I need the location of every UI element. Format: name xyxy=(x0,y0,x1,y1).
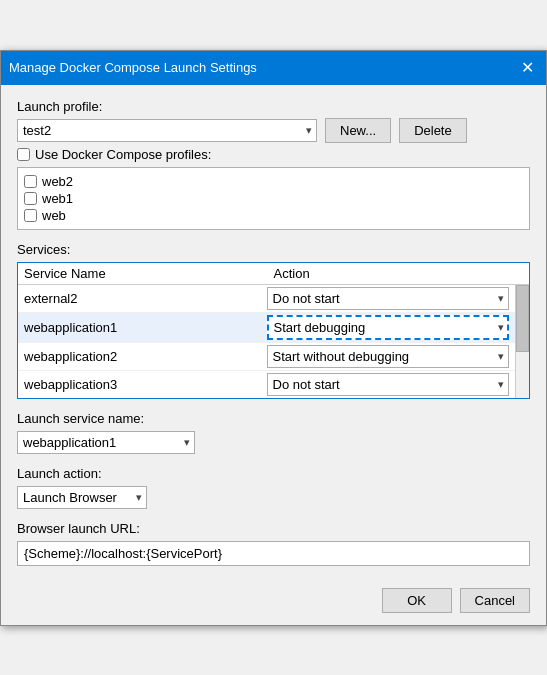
service-name-webapplication3: webapplication3 xyxy=(24,375,267,394)
ok-button[interactable]: OK xyxy=(382,588,452,613)
launch-action-label: Launch action: xyxy=(17,466,530,481)
title-bar: Manage Docker Compose Launch Settings ✕ xyxy=(1,51,546,85)
dialog-footer: OK Cancel xyxy=(1,578,546,625)
profile-web1-row: web1 xyxy=(24,191,523,206)
table-row: webapplication3 Do not start Start debug… xyxy=(18,371,515,398)
dialog-title: Manage Docker Compose Launch Settings xyxy=(9,60,257,75)
profile-web2-row: web2 xyxy=(24,174,523,189)
profile-web-label: web xyxy=(42,208,66,223)
profile-web1-checkbox[interactable] xyxy=(24,192,37,205)
table-row: external2 Do not start Start debugging S… xyxy=(18,285,515,313)
profile-web-checkbox[interactable] xyxy=(24,209,37,222)
col-service-name: Service Name xyxy=(24,266,274,281)
docker-profiles-checkbox[interactable] xyxy=(17,148,30,161)
col-action: Action xyxy=(274,266,524,281)
service-name-webapplication2: webapplication2 xyxy=(24,347,267,366)
action-select-wrapper-1: Do not start Start debugging Start witho… xyxy=(267,287,510,310)
launch-service-row: webapplication1 webapplication2 webappli… xyxy=(17,431,530,454)
browser-url-input[interactable] xyxy=(17,541,530,566)
launch-service-select-wrapper: webapplication1 webapplication2 webappli… xyxy=(17,431,195,454)
launch-profile-label: Launch profile: xyxy=(17,99,530,114)
action-select-wrapper-3: Do not start Start debugging Start witho… xyxy=(267,345,510,368)
services-scroll-wrapper: external2 Do not start Start debugging S… xyxy=(18,285,529,398)
dialog-content: Launch profile: test2 New... Delete Use … xyxy=(1,85,546,578)
action-select-webapplication1[interactable]: Do not start Start debugging Start witho… xyxy=(267,315,510,340)
profile-web1-label: web1 xyxy=(42,191,73,206)
service-name-webapplication1: webapplication1 xyxy=(24,318,267,337)
launch-profile-select[interactable]: test2 xyxy=(17,119,317,142)
scrollbar-track[interactable] xyxy=(515,285,529,398)
services-header: Service Name Action xyxy=(18,263,529,285)
action-select-wrapper-4: Do not start Start debugging Start witho… xyxy=(267,373,510,396)
services-box: Service Name Action external2 Do not sta… xyxy=(17,262,530,399)
launch-profile-select-wrapper: test2 xyxy=(17,119,317,142)
launch-action-row: Launch Browser Launch URL None xyxy=(17,486,530,509)
services-label: Services: xyxy=(17,242,530,257)
docker-profiles-label-row: Use Docker Compose profiles: xyxy=(17,147,530,162)
launch-action-select[interactable]: Launch Browser Launch URL None xyxy=(17,486,147,509)
dialog: Manage Docker Compose Launch Settings ✕ … xyxy=(0,50,547,626)
action-select-wrapper-2: Do not start Start debugging Start witho… xyxy=(267,315,510,340)
profile-web-row: web xyxy=(24,208,523,223)
launch-action-select-wrapper: Launch Browser Launch URL None xyxy=(17,486,147,509)
action-select-webapplication2[interactable]: Do not start Start debugging Start witho… xyxy=(267,345,510,368)
services-rows: external2 Do not start Start debugging S… xyxy=(18,285,529,398)
scrollbar-thumb[interactable] xyxy=(516,285,529,353)
launch-service-label: Launch service name: xyxy=(17,411,530,426)
launch-service-select[interactable]: webapplication1 webapplication2 webappli… xyxy=(17,431,195,454)
cancel-button[interactable]: Cancel xyxy=(460,588,530,613)
browser-url-label: Browser launch URL: xyxy=(17,521,530,536)
action-select-webapplication3[interactable]: Do not start Start debugging Start witho… xyxy=(267,373,510,396)
service-name-external2: external2 xyxy=(24,289,267,308)
profile-web2-label: web2 xyxy=(42,174,73,189)
delete-button[interactable]: Delete xyxy=(399,118,467,143)
new-button[interactable]: New... xyxy=(325,118,391,143)
docker-profiles-label: Use Docker Compose profiles: xyxy=(35,147,211,162)
action-select-external2[interactable]: Do not start Start debugging Start witho… xyxy=(267,287,510,310)
close-button[interactable]: ✕ xyxy=(516,57,538,79)
table-row: webapplication1 Do not start Start debug… xyxy=(18,313,515,343)
table-row: webapplication2 Do not start Start debug… xyxy=(18,343,515,371)
profile-web2-checkbox[interactable] xyxy=(24,175,37,188)
launch-profile-row: test2 New... Delete xyxy=(17,118,530,143)
profiles-list: web2 web1 web xyxy=(17,167,530,230)
